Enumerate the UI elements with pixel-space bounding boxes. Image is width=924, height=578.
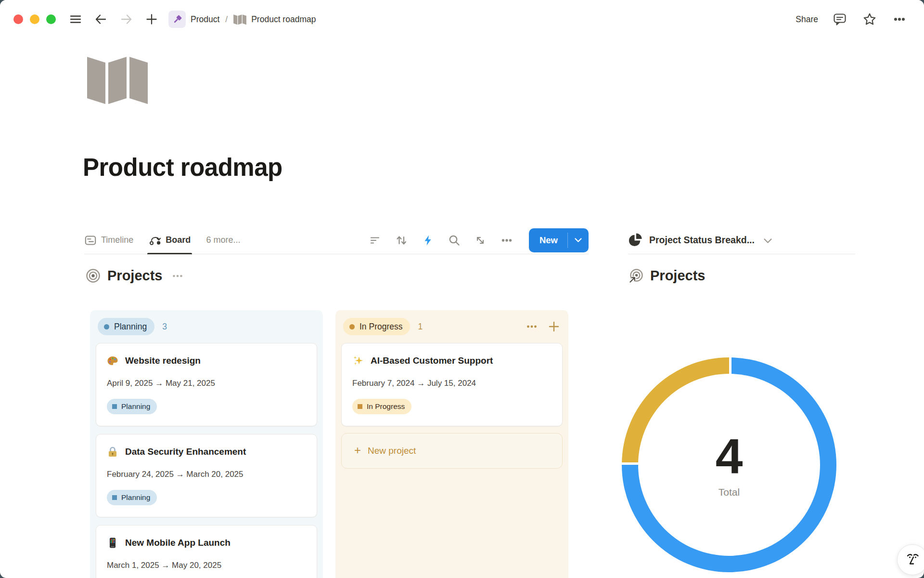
window-controls	[13, 14, 56, 24]
column-add-icon[interactable]	[547, 320, 561, 333]
chart-section-title: Projects	[650, 268, 705, 284]
project-card-ai-support[interactable]: AI-Based Customer Support February 7, 20…	[341, 343, 563, 426]
column-more-icon[interactable]	[525, 320, 539, 333]
project-card-mobile-app[interactable]: New Mobile App Launch March 1, 2025 → Ma…	[96, 525, 317, 578]
target-arrow-icon	[629, 268, 643, 283]
view-tab-bar: Timeline Board 6 more...	[84, 226, 589, 254]
card-title: Website redesign	[125, 355, 201, 366]
sparkles-emoji-icon	[352, 355, 364, 367]
project-card-website-redesign[interactable]: Website redesign April 9, 2025 → May 21,…	[96, 343, 317, 426]
card-title: Data Security Enhancement	[125, 447, 246, 457]
nav-controls	[68, 12, 159, 26]
tag-label: Planning	[121, 402, 150, 411]
ai-assistant-button[interactable]	[897, 544, 924, 575]
pie-chart-icon	[628, 233, 643, 248]
sort-icon[interactable]	[394, 233, 409, 248]
kanban-board: Planning 3 Website redesign April 9, 202…	[90, 310, 568, 578]
column-in-progress: In Progress 1 AI-Based Customer Support	[335, 310, 568, 578]
view-toolbar: New	[368, 228, 589, 252]
chart-selector[interactable]: Project Status Breakd...	[628, 226, 855, 254]
new-button[interactable]: New	[529, 228, 589, 252]
donut-hole: 4 Total	[638, 374, 820, 556]
tag-dot	[112, 404, 117, 409]
breadcrumb-map-icon	[233, 14, 246, 25]
card-dates: February 7, 2024 → July 15, 2024	[352, 379, 552, 388]
chart-selector-chevron-icon	[764, 238, 772, 244]
tab-board[interactable]: Board	[149, 226, 191, 254]
breadcrumb-workspace[interactable]: Product	[191, 14, 219, 25]
column-in-progress-header: In Progress 1	[343, 318, 561, 335]
workspace-hammer-icon[interactable]	[168, 11, 186, 28]
card-title: New Mobile App Launch	[125, 538, 231, 548]
more-options-icon[interactable]	[891, 11, 908, 27]
tag-dot	[112, 495, 117, 500]
tab-board-label: Board	[166, 235, 191, 245]
tag-dot	[358, 404, 362, 409]
board-section-more-icon[interactable]	[172, 270, 183, 282]
app-window: Product / Product roadmap Share Product …	[0, 0, 924, 578]
forward-arrow-icon[interactable]	[119, 12, 134, 26]
card-status-tag: Planning	[107, 490, 157, 505]
column-count: 3	[162, 322, 167, 332]
card-status-tag: Planning	[107, 399, 157, 414]
filter-icon[interactable]	[368, 233, 382, 248]
card-dates: February 24, 2025 → March 20, 2025	[107, 470, 306, 479]
card-status-tag: In Progress	[352, 399, 411, 414]
project-card-data-security[interactable]: Data Security Enhancement February 24, 2…	[96, 434, 317, 517]
donut-total-value: 4	[716, 432, 743, 481]
status-dot	[349, 324, 355, 329]
card-title: AI-Based Customer Support	[371, 355, 493, 366]
plus-icon: +	[354, 445, 361, 456]
topbar-actions: Share	[796, 11, 908, 27]
comments-icon[interactable]	[832, 11, 848, 27]
favorite-star-icon[interactable]	[861, 11, 878, 27]
status-label: In Progress	[359, 322, 402, 332]
search-icon[interactable]	[447, 233, 462, 248]
card-dates: March 1, 2025 → May 20, 2025	[107, 561, 306, 570]
board-section-title: Projects	[107, 268, 162, 284]
expand-icon[interactable]	[473, 233, 488, 248]
automation-lightning-icon[interactable]	[421, 233, 435, 248]
tab-timeline[interactable]: Timeline	[84, 226, 133, 254]
chart-selector-label: Project Status Breakd...	[649, 235, 755, 246]
page-map-icon[interactable]	[87, 54, 148, 106]
more-views-button[interactable]: 6 more...	[206, 235, 240, 245]
close-window-button[interactable]	[13, 14, 23, 24]
new-button-chevron-icon[interactable]	[568, 228, 589, 252]
new-project-button[interactable]: + New project	[341, 433, 563, 469]
view-more-icon[interactable]	[499, 233, 514, 248]
share-button[interactable]: Share	[796, 14, 818, 25]
status-pill-in-progress[interactable]: In Progress	[343, 318, 410, 335]
minimize-window-button[interactable]	[30, 14, 39, 24]
column-count: 1	[418, 322, 423, 332]
chart-section-header: Projects	[629, 268, 705, 284]
back-arrow-icon[interactable]	[93, 12, 108, 26]
page-title: Product roadmap	[83, 153, 282, 182]
status-donut-chart[interactable]: 4 Total	[622, 357, 836, 572]
column-planning: Planning 3 Website redesign April 9, 202…	[90, 310, 323, 578]
zoom-window-button[interactable]	[46, 14, 56, 24]
board-section-header: Projects	[86, 268, 183, 284]
breadcrumb: Product / Product roadmap	[168, 11, 316, 28]
column-planning-header: Planning 3	[98, 318, 315, 335]
new-tab-plus-icon[interactable]	[144, 12, 159, 26]
status-dot	[104, 324, 109, 329]
status-pill-planning[interactable]: Planning	[98, 318, 154, 335]
sidebar-menu-icon[interactable]	[68, 12, 83, 26]
target-icon	[86, 268, 101, 283]
new-button-label[interactable]: New	[529, 228, 567, 252]
new-project-label: New project	[368, 446, 416, 456]
lock-emoji-icon	[107, 446, 118, 458]
ai-face-icon	[904, 551, 921, 568]
tag-label: Planning	[121, 493, 150, 502]
card-dates: April 9, 2025 → May 21, 2025	[107, 379, 306, 388]
status-label: Planning	[114, 322, 147, 332]
tab-timeline-label: Timeline	[101, 235, 133, 245]
tag-label: In Progress	[367, 402, 405, 411]
donut-total-label: Total	[719, 486, 740, 498]
breadcrumb-page[interactable]: Product roadmap	[251, 14, 316, 25]
breadcrumb-separator: /	[225, 14, 228, 25]
palette-emoji-icon	[107, 355, 118, 367]
mobile-phone-emoji-icon	[107, 537, 118, 549]
top-bar: Product / Product roadmap Share	[0, 0, 924, 39]
